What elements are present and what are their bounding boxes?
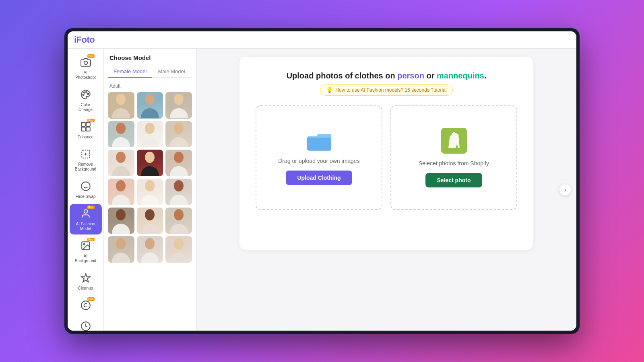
model-thumb-14[interactable]: [137, 208, 163, 234]
pro-badge-photoshoot: Pro: [87, 54, 95, 58]
model-thumb-9[interactable]: [165, 150, 192, 176]
model-thumb-1[interactable]: [108, 92, 134, 119]
sidebar-item-ai-background[interactable]: Pro AIBackground: [70, 236, 102, 267]
model-thumb-4[interactable]: [108, 121, 134, 148]
folder-icon: [307, 130, 331, 151]
model-panel: Choose Model Female Model Male Model Adu…: [104, 49, 196, 331]
face-icon: [80, 181, 91, 191]
upload-clothing-button[interactable]: Upload Clothing: [286, 171, 352, 185]
tab-female-model[interactable]: Female Model: [108, 66, 152, 78]
scissors-icon: [80, 149, 91, 159]
model-thumb-18[interactable]: [165, 236, 192, 263]
svg-rect-6: [86, 122, 90, 126]
model-thumb-15[interactable]: [165, 208, 192, 234]
model-thumb-3[interactable]: [165, 92, 192, 119]
sidebar-label-ai-background: AIBackground: [75, 254, 96, 263]
svg-point-37: [174, 238, 184, 249]
upload-zone-shopify: Selecet photos from Shopify Select photo: [390, 105, 517, 210]
sidebar-label-enhance: Enhance: [78, 135, 93, 140]
svg-point-1: [86, 91, 87, 93]
model-thumb-13[interactable]: [108, 208, 134, 234]
model-tabs: Female Model Male Model: [108, 66, 192, 78]
model-thumb-7[interactable]: [108, 150, 134, 176]
copyright-icon: [80, 300, 91, 311]
upload-heading-mannequins: mannequins: [437, 71, 484, 80]
model-thumb-16[interactable]: [108, 236, 134, 263]
app-logo: iFoto: [74, 35, 95, 45]
model-thumb-8[interactable]: [137, 150, 163, 176]
clock-icon: [80, 321, 91, 331]
model-thumb-5[interactable]: [137, 121, 163, 148]
svg-point-4: [83, 94, 84, 95]
zone2-label: Selecet photos from Shopify: [419, 160, 489, 167]
svg-rect-7: [81, 127, 85, 131]
sidebar-item-history[interactable]: History: [70, 317, 102, 331]
zone1-label: Drag or upload your own images: [278, 158, 359, 164]
svg-point-0: [84, 61, 87, 65]
upload-heading-mid: or: [424, 71, 437, 80]
sidebar-label-remove-bg: RemoveBackground: [75, 162, 96, 172]
sidebar-item-cleanup[interactable]: Cleanup: [70, 268, 102, 294]
pro-badge-enhance: Pro: [87, 119, 95, 122]
enhance-icon: [80, 121, 91, 132]
svg-point-36: [145, 238, 155, 249]
sidebar-item-remove-bg[interactable]: RemoveBackground: [70, 144, 102, 175]
svg-point-20: [116, 94, 126, 105]
model-thumb-12[interactable]: [165, 179, 192, 205]
sidebar: Pro AIPhotoshoot C: [68, 49, 104, 331]
model-thumb-11[interactable]: [137, 179, 163, 205]
model-panel-title: Choose Model: [108, 54, 192, 61]
model-thumb-2[interactable]: [137, 92, 163, 119]
person-icon: [80, 208, 91, 219]
image-icon: [80, 241, 91, 251]
shopify-icon: [441, 128, 467, 154]
svg-point-2: [87, 93, 89, 95]
sidebar-label-face-swap: Face Swap: [75, 194, 95, 199]
pro-badge-ai-background: Pro: [87, 238, 95, 241]
svg-point-24: [145, 123, 155, 134]
sidebar-label-color-change: ColorChange: [78, 103, 93, 112]
model-section-adult: Adult: [109, 83, 192, 89]
svg-point-28: [174, 152, 184, 163]
sidebar-item-enhance[interactable]: Pro Enhance: [70, 117, 102, 143]
svg-point-43: [455, 136, 457, 138]
upload-card: Upload photos of clothes on person or ma…: [239, 57, 533, 250]
upload-zones: Drag or upload your own images Upload Cl…: [256, 105, 517, 210]
sidebar-item-ai-fashion[interactable]: Pro AI FashionModel: [70, 204, 102, 234]
svg-point-30: [145, 180, 155, 191]
upload-zone-clothing: Drag or upload your own images Upload Cl…: [256, 105, 382, 210]
svg-point-27: [145, 152, 155, 163]
upload-heading: Upload photos of clothes on person or ma…: [256, 71, 517, 80]
sidebar-label-ai-fashion: AI FashionModel: [76, 222, 95, 231]
sidebar-item-color-change[interactable]: ColorChange: [70, 85, 102, 115]
svg-point-17: [83, 244, 85, 245]
svg-point-12: [81, 182, 90, 191]
svg-point-23: [116, 123, 126, 134]
tutorial-link[interactable]: 💡 How to use AI Fashion models? 15 secon…: [320, 84, 452, 96]
pro-badge-copyright: Pro: [87, 297, 95, 301]
sidebar-item-copyright[interactable]: Pro: [70, 296, 102, 315]
pro-badge-ai-fashion: Pro: [87, 206, 95, 209]
svg-point-35: [116, 238, 126, 249]
svg-rect-39: [307, 138, 331, 150]
select-photo-button[interactable]: Select photo: [425, 173, 482, 187]
tutorial-text: How to use AI Fashion models? 15 seconds…: [335, 87, 446, 93]
model-thumb-17[interactable]: [137, 236, 163, 263]
chevron-right-button[interactable]: ›: [559, 184, 571, 195]
camera-icon: [80, 57, 91, 68]
svg-point-31: [174, 180, 184, 191]
sidebar-label-photoshoot: AIPhotoshoot: [75, 70, 96, 80]
upload-heading-part1: Upload photos of clothes on: [287, 71, 398, 80]
sidebar-item-face-swap[interactable]: Face Swap: [70, 177, 102, 202]
model-thumb-6[interactable]: [165, 121, 192, 148]
tab-male-model[interactable]: Male Model: [152, 66, 190, 78]
svg-point-32: [116, 209, 126, 220]
svg-point-22: [174, 94, 184, 105]
svg-point-26: [116, 152, 126, 163]
svg-point-3: [83, 92, 85, 93]
sidebar-item-photoshoot[interactable]: Pro AIPhotoshoot: [70, 53, 102, 83]
svg-point-34: [174, 209, 184, 220]
model-thumb-10[interactable]: [108, 179, 134, 205]
svg-point-33: [145, 209, 155, 220]
sparkle-icon: [80, 273, 91, 283]
